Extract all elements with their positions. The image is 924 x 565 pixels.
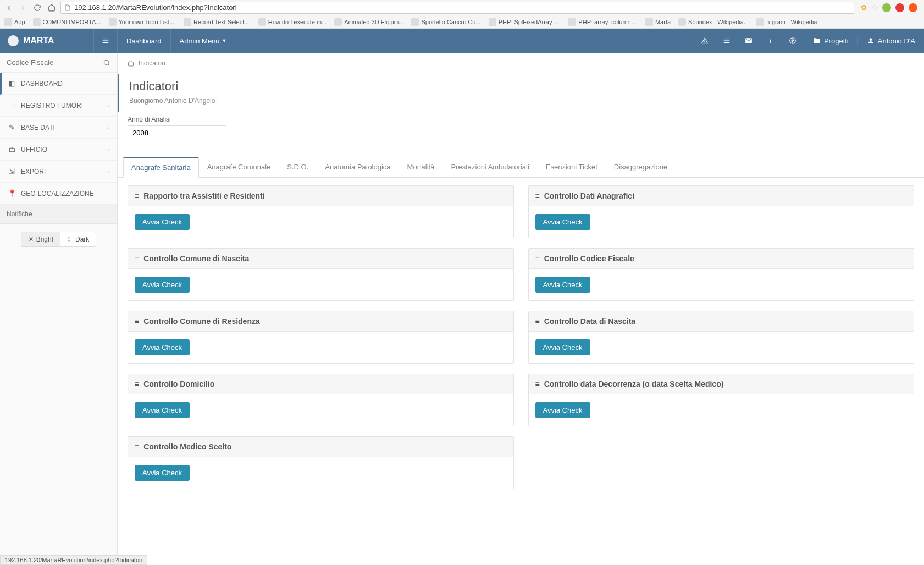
ext-icon[interactable]: ✿ xyxy=(861,3,867,12)
search-input[interactable] xyxy=(7,58,103,67)
user-menu[interactable]: Antonio D'A xyxy=(857,37,924,45)
projects-button[interactable]: Progetti xyxy=(804,37,857,45)
sidebar-item-export[interactable]: ⇲ EXPORT ‹ xyxy=(0,161,117,183)
breadcrumb-item[interactable]: Indicatori xyxy=(139,59,165,67)
star-icon[interactable]: ☆ xyxy=(871,3,878,12)
bookmark-item[interactable]: PHP: array_column ... xyxy=(568,18,638,26)
svg-text:i: i xyxy=(770,37,772,44)
tab-esenzioni[interactable]: Esenzioni Ticket xyxy=(538,157,606,177)
back-button[interactable] xyxy=(3,2,14,13)
theme-label: Bright xyxy=(36,235,53,243)
start-check-button[interactable]: Avvia Check xyxy=(535,339,590,355)
brand-logo[interactable]: MARTA xyxy=(0,35,93,46)
bookmark-item[interactable]: Record Text Selecti... xyxy=(184,18,251,26)
bookmark-item[interactable]: Sportello Cancro Co... xyxy=(411,18,480,26)
sidebar-item-ufficio[interactable]: 🗀 UFFICIO ‹ xyxy=(0,139,117,161)
card-title: Controllo Codice Fiscale xyxy=(544,254,634,263)
forward-button[interactable] xyxy=(18,2,29,13)
ext-icon[interactable] xyxy=(909,3,917,12)
start-check-button[interactable]: Avvia Check xyxy=(135,277,190,293)
bookmark-item[interactable]: Animated 3D Flippin... xyxy=(334,18,403,26)
monitor-icon: ▭ xyxy=(8,101,15,109)
theme-toggle: ☀ Bright ☾ Dark xyxy=(0,224,117,255)
card-title: Controllo Data di Nascita xyxy=(544,317,635,326)
card-header: ≡Controllo Medico Scelto xyxy=(128,437,513,457)
status-bar: 192.168.1.20/MartaREvolution/index.php?I… xyxy=(0,555,147,565)
card: ≡Controllo data Decorrenza (o data Scelt… xyxy=(528,374,915,426)
tab-mortalita[interactable]: Mortalità xyxy=(399,157,443,177)
alerts-icon[interactable] xyxy=(694,29,716,53)
brand-text: MARTA xyxy=(23,36,54,46)
main-content: Indicatori Indicatori Buongiorno Antonio… xyxy=(118,53,924,565)
tab-anagrafe-sanitaria[interactable]: Anagrafe Sanitaria xyxy=(123,157,199,178)
card-title: Controllo Comune di Nascita xyxy=(143,254,249,263)
svg-rect-3 xyxy=(724,39,730,39)
reload-button[interactable] xyxy=(32,2,43,13)
theme-bright-button[interactable]: ☀ Bright xyxy=(21,232,60,247)
folder-icon xyxy=(813,37,821,45)
ext-icon[interactable] xyxy=(895,3,904,12)
app-topbar: MARTA Dashboard Admin Menu ▼ i ? Progett… xyxy=(0,29,924,53)
bookmark-item[interactable]: COMUNI IMPORTA... xyxy=(33,18,101,26)
help-icon[interactable]: ? xyxy=(782,29,804,53)
info-icon[interactable]: i xyxy=(760,29,782,53)
start-check-button[interactable]: Avvia Check xyxy=(535,402,590,418)
bookmark-item[interactable]: Soundex - Wikipedia... xyxy=(678,18,749,26)
start-check-button[interactable]: Avvia Check xyxy=(135,214,190,230)
logo-icon xyxy=(8,35,19,46)
nav-dashboard[interactable]: Dashboard xyxy=(118,29,171,53)
sidebar-item-geo[interactable]: 📍 GEO-LOCALIZZAZIONE xyxy=(0,183,117,205)
home-button[interactable] xyxy=(46,2,57,13)
page-header: Indicatori Buongiorno Antonio D'Angelo ! xyxy=(118,74,924,112)
list-icon: ≡ xyxy=(135,191,139,200)
start-check-button[interactable]: Avvia Check xyxy=(135,402,190,418)
start-check-button[interactable]: Avvia Check xyxy=(135,339,190,355)
list-icon[interactable] xyxy=(716,29,738,53)
list-icon: ≡ xyxy=(135,254,139,263)
card-header: ≡Controllo Data di Nascita xyxy=(529,311,914,332)
extension-icons: ✿ ☆ xyxy=(857,3,921,12)
nav-admin-menu[interactable]: Admin Menu ▼ xyxy=(171,29,236,53)
tab-sdo[interactable]: S.D.O. xyxy=(279,157,317,177)
search-icon[interactable] xyxy=(103,59,110,67)
start-check-button[interactable]: Avvia Check xyxy=(135,465,190,481)
home-icon[interactable] xyxy=(128,60,134,67)
cards-right-col: ≡Controllo Dati Anagrafici Avvia Check ≡… xyxy=(528,185,915,489)
page-subtitle: Buongiorno Antonio D'Angelo ! xyxy=(129,97,914,105)
dashboard-icon: ◧ xyxy=(8,79,15,87)
sidebar-item-label: UFFICIO xyxy=(21,146,102,153)
list-icon: ≡ xyxy=(535,317,540,326)
start-check-button[interactable]: Avvia Check xyxy=(535,214,590,230)
bookmark-item[interactable]: How do I execute m... xyxy=(258,18,327,26)
tab-anatomia-patologica[interactable]: Anatomia Patologica xyxy=(317,157,399,177)
bookmark-item[interactable]: Your own Todo List ... xyxy=(109,18,176,26)
sidebar-item-label: DASHBOARD xyxy=(21,80,109,87)
tab-anagrafe-comunale[interactable]: Anagrafe Comunale xyxy=(199,157,279,177)
user-label: Antonio D'A xyxy=(878,37,915,45)
tab-disaggregazione[interactable]: Disaggregazione xyxy=(606,157,676,177)
sidebar-item-registro-tumori[interactable]: ▭ REGISTRO TUMORI ‹ xyxy=(0,95,117,117)
bookmark-item[interactable]: Marta xyxy=(645,18,671,26)
card-title: Controllo data Decorrenza (o data Scelta… xyxy=(544,380,724,388)
sidebar-toggle[interactable] xyxy=(93,29,118,53)
start-check-button[interactable]: Avvia Check xyxy=(535,277,590,293)
mail-icon[interactable] xyxy=(738,29,760,53)
chevron-down-icon: ▼ xyxy=(222,38,227,43)
chevron-left-icon: ‹ xyxy=(108,124,109,130)
pin-icon: 📍 xyxy=(8,189,15,198)
sidebar-item-dashboard[interactable]: ◧ DASHBOARD xyxy=(0,73,117,95)
search-box xyxy=(0,53,117,73)
card: ≡Controllo Dati Anagrafici Avvia Check xyxy=(528,185,915,238)
svg-point-10 xyxy=(104,60,108,64)
sidebar-item-base-dati[interactable]: ✎ BASE DATI ‹ xyxy=(0,117,117,139)
url-bar[interactable]: 192.168.1.20/MartaREvolution/index.php?I… xyxy=(60,2,854,14)
tab-prestazioni[interactable]: Prestazioni Ambulatoriali xyxy=(442,157,537,177)
bookmark-item[interactable]: n-gram - Wikipedia xyxy=(756,18,817,26)
cards-left-col: ≡Rapporto tra Assistiti e Residenti Avvi… xyxy=(128,185,514,489)
apps-button[interactable]: App xyxy=(4,18,25,26)
theme-dark-button[interactable]: ☾ Dark xyxy=(60,232,96,247)
bookmark-item[interactable]: PHP: SplFixedArray -... xyxy=(489,18,561,26)
year-select[interactable] xyxy=(128,125,226,140)
ext-icon[interactable] xyxy=(882,3,891,12)
list-icon: ≡ xyxy=(135,442,139,451)
